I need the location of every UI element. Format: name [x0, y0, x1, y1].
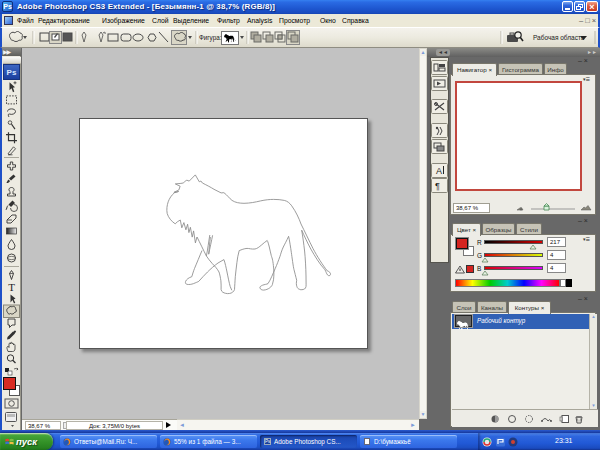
svg-text:A: A	[436, 166, 442, 176]
svg-text:¶: ¶	[435, 181, 440, 191]
